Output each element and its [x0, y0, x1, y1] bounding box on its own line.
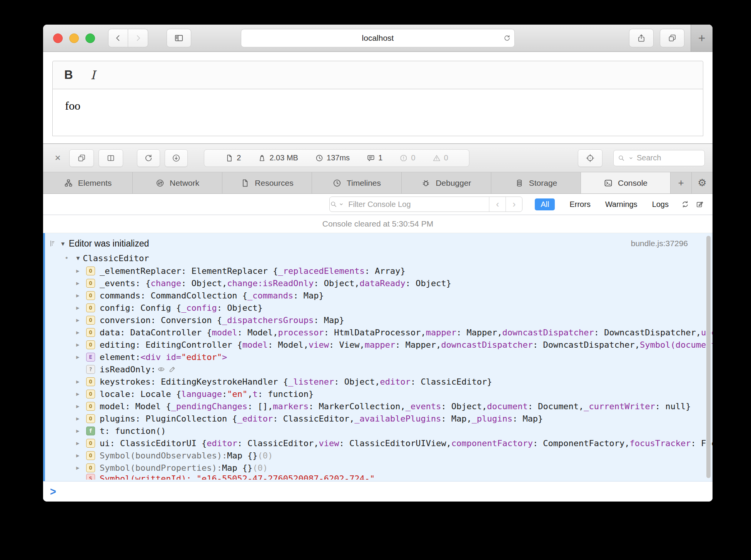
dock-side-button[interactable] [98, 149, 123, 167]
disclosure-triangle-icon[interactable]: ▶ [76, 268, 86, 274]
row-text: view [319, 438, 339, 448]
new-tab-button[interactable]: + [691, 25, 713, 52]
disclosure-triangle-icon[interactable]: ▶ [76, 280, 86, 286]
row-text: (0) [258, 451, 273, 460]
tab-overview-button[interactable] [660, 29, 684, 47]
console-object-row[interactable]: ▶Olocale: Locale {language: "en", t: fun… [43, 388, 713, 400]
address-bar[interactable]: localhost [241, 29, 515, 47]
weight-stat[interactable]: 2.03 MB [258, 153, 298, 162]
bubble-stat[interactable]: 1 [367, 153, 382, 162]
filter-console-field[interactable]: Filter Console Log ‹ › [329, 197, 522, 212]
tab-resources[interactable]: Resources [222, 172, 312, 193]
tab-debugger[interactable]: Debugger [402, 172, 491, 193]
previous-result-button[interactable]: ‹ [489, 197, 506, 212]
root-object-row[interactable]: • ▼ ClassicEditor [43, 252, 713, 265]
italic-button[interactable]: I [90, 68, 95, 82]
console-object-row[interactable]: SSymbol(writtenId): "e16-55052-47-276052… [43, 474, 713, 480]
minimize-window-button[interactable] [69, 33, 79, 43]
clear-console-icon[interactable] [681, 200, 689, 208]
disclosure-triangle-icon[interactable]: ▶ [76, 342, 86, 348]
console-object-row[interactable]: ▶Omodel: Model {_pendingChanges: [], mar… [43, 400, 713, 412]
console-scrollbar-thumb[interactable] [706, 236, 711, 478]
disclosure-triangle-icon[interactable]: ▶ [76, 452, 86, 458]
detach-inspector-button[interactable] [69, 149, 94, 167]
tab-network[interactable]: Network [133, 172, 222, 193]
disclosure-triangle-icon[interactable]: ▶ [76, 305, 86, 311]
share-button[interactable] [629, 29, 654, 47]
disclosure-triangle-icon[interactable]: ▶ [76, 428, 86, 434]
doc-stat[interactable]: 2 [225, 153, 241, 162]
reload-page-button[interactable] [137, 149, 160, 167]
bold-button[interactable]: B [64, 68, 73, 82]
add-tab-button[interactable]: + [671, 172, 692, 193]
console-object-row[interactable]: ▶Eelement: <div id="editor"> [43, 351, 713, 363]
disclosure-triangle-icon[interactable]: ▶ [76, 440, 86, 446]
tab-elements[interactable]: Elements [43, 172, 133, 193]
row-text: <div id= [140, 352, 181, 362]
back-button[interactable] [108, 29, 128, 47]
console-object-row[interactable]: ▶OSymbol(boundObservables): Map {} (0) [43, 449, 713, 462]
editor-content[interactable]: foo [52, 89, 703, 136]
eye-icon[interactable] [157, 365, 165, 373]
row-text: t: function() [100, 426, 166, 436]
disclosure-triangle-icon[interactable]: ▶ [76, 378, 86, 385]
reload-icon[interactable] [503, 34, 511, 42]
scope-errors[interactable]: Errors [569, 200, 590, 209]
inspector-search-field[interactable]: Search [613, 150, 705, 166]
disclosure-open-icon[interactable]: ▼ [60, 240, 66, 247]
disclosure-triangle-icon[interactable]: ▶ [76, 465, 86, 471]
console-object-row[interactable]: ▶Oui: ClassicEditorUI {editor: ClassicEd… [43, 437, 713, 449]
console-object-row[interactable]: ▶Ocommands: CommandCollection {_commands… [43, 289, 713, 302]
disclosure-triangle-icon[interactable]: ▶ [76, 415, 86, 422]
disclosure-triangle-icon[interactable]: ▶ [76, 292, 86, 298]
element-picker-button[interactable] [578, 149, 602, 167]
console-prompt[interactable]: > [43, 482, 713, 502]
inspector-toolbar: × 22.03 MB137ms100 Search [43, 144, 713, 172]
clock-stat[interactable]: 137ms [315, 153, 350, 162]
console-object-row[interactable]: ▶Oconfig: Config {_config: Object} [43, 302, 713, 314]
forward-button[interactable] [128, 29, 148, 47]
octagon-stat[interactable]: 0 [399, 153, 415, 162]
row-text: _elementReplacer: ElementReplacer { [100, 266, 278, 276]
inspector-settings-button[interactable]: ⚙ [692, 172, 713, 193]
tab-label: Timelines [347, 178, 381, 188]
close-window-button[interactable] [53, 33, 63, 43]
zoom-window-button[interactable] [85, 33, 95, 43]
stat-value: 0 [444, 153, 448, 162]
console-log-entry[interactable]: ▼ Editor was initialized bundle.js:37296… [43, 233, 713, 482]
console-object-row[interactable]: ▶ft: function() [43, 425, 713, 437]
disclosure-open-icon[interactable]: ▼ [76, 255, 80, 262]
console-object-rows: ▶O_elementReplacer: ElementReplacer {_re… [43, 265, 713, 480]
console-snippet-icon[interactable] [696, 200, 704, 208]
tab-storage[interactable]: Storage [491, 172, 581, 193]
console-object-row[interactable]: ▶Okeystrokes: EditingKeystrokeHandler {_… [43, 375, 713, 388]
console-object-row[interactable]: ▶OSymbol(boundProperties): Map {} (0) [43, 462, 713, 474]
console-object-row[interactable]: ▶Odata: DataController {model: Model, pr… [43, 326, 713, 338]
disclosure-triangle-icon[interactable]: ▶ [76, 403, 86, 409]
console-object-row[interactable]: ▶Oconversion: Conversion {_dispatchersGr… [43, 314, 713, 326]
log-header[interactable]: ▼ Editor was initialized bundle.js:37296 [43, 235, 713, 252]
row-text: (0) [252, 463, 268, 473]
log-source-link[interactable]: bundle.js:37296 [631, 239, 713, 248]
object-badge: O [86, 316, 95, 325]
triangle-stat[interactable]: 0 [432, 153, 448, 162]
scope-all[interactable]: All [535, 198, 555, 210]
disclosure-triangle-icon[interactable]: ▶ [76, 354, 86, 360]
close-inspector-button[interactable]: × [51, 152, 65, 164]
tab-timelines[interactable]: Timelines [312, 172, 402, 193]
console-object-row[interactable]: ?isReadOnly: [43, 363, 713, 375]
tab-console[interactable]: Console [581, 172, 671, 193]
pencil-icon[interactable] [169, 365, 176, 373]
scope-logs[interactable]: Logs [652, 200, 669, 209]
console-object-row[interactable]: ▶Oediting: EditingController {model: Mod… [43, 338, 713, 351]
console-object-row[interactable]: ▶O_events: {change: Object, change:isRea… [43, 277, 713, 289]
download-web-archive-button[interactable] [165, 149, 188, 167]
console-object-row[interactable]: ▶O_elementReplacer: ElementReplacer {_re… [43, 265, 713, 277]
next-result-button[interactable]: › [506, 197, 522, 212]
console-object-row[interactable]: ▶Oplugins: PluginCollection {_editor: Cl… [43, 412, 713, 425]
disclosure-triangle-icon[interactable]: ▶ [76, 317, 86, 323]
scope-warnings[interactable]: Warnings [605, 200, 638, 209]
sidebar-button[interactable] [167, 29, 191, 47]
disclosure-triangle-icon[interactable]: ▶ [76, 391, 86, 397]
disclosure-triangle-icon[interactable]: ▶ [76, 329, 86, 335]
